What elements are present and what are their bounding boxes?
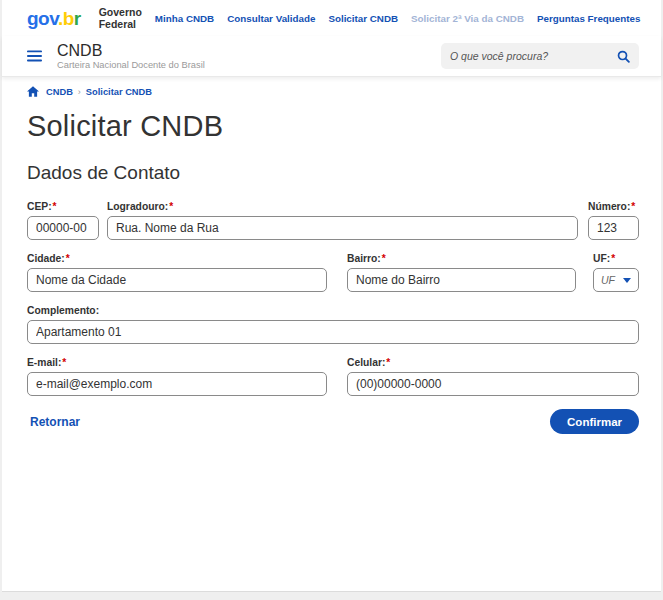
hamburger-menu-icon[interactable]	[27, 50, 42, 62]
search-box	[441, 43, 639, 69]
contact-form: CEP:* Logradouro:* Número:* Cidade:*	[27, 201, 639, 434]
uf-field-group: UF:* UF	[593, 253, 639, 292]
required-asterisk: *	[631, 201, 635, 212]
home-icon[interactable]	[27, 86, 39, 97]
page: gov.br Governo Federal Minha CNDB Consul…	[2, 0, 661, 592]
numero-input[interactable]	[588, 216, 639, 240]
search-input[interactable]	[450, 50, 611, 62]
logradouro-field-group: Logradouro:*	[107, 201, 578, 240]
nav-link-consultar-validade[interactable]: Consultar Validade	[227, 13, 315, 24]
form-row-address-1: CEP:* Logradouro:* Número:*	[27, 201, 639, 240]
cidade-field-group: Cidade:*	[27, 253, 327, 292]
required-asterisk: *	[382, 253, 386, 264]
section-title: Dados de Contato	[27, 162, 639, 184]
required-asterisk: *	[62, 357, 66, 368]
confirmar-button[interactable]: Confirmar	[550, 409, 639, 434]
logo-part-gov: gov	[27, 8, 58, 29]
complemento-label: Complemento:	[27, 305, 639, 316]
numero-label: Número:*	[588, 201, 639, 212]
nav-link-perguntas-frequentes[interactable]: Perguntas Frequentes	[537, 13, 640, 24]
cidade-input[interactable]	[27, 268, 327, 292]
uf-select-value: UF	[601, 274, 623, 286]
chevron-down-icon	[623, 278, 631, 283]
form-row-contact: E-mail:* Celular:*	[27, 357, 639, 396]
search-icon[interactable]	[617, 50, 630, 63]
main-content: CNDB › Solicitar CNDB Solicitar CNDB Dad…	[2, 77, 661, 591]
bairro-input[interactable]	[347, 268, 576, 292]
app-subtitle: Carteira Nacional Docente do Brasil	[57, 60, 205, 70]
app-title-block: CNDB Carteira Nacional Docente do Brasil	[57, 42, 205, 70]
breadcrumb: CNDB › Solicitar CNDB	[27, 86, 639, 97]
page-title: Solicitar CNDB	[27, 110, 639, 143]
bairro-field-group: Bairro:*	[347, 253, 576, 292]
header-icon-strip	[658, 11, 663, 25]
gov-federal-label: Governo Federal	[99, 6, 142, 30]
cidade-label: Cidade:*	[27, 253, 327, 264]
required-asterisk: *	[169, 201, 173, 212]
email-field-group: E-mail:*	[27, 357, 327, 396]
nav-link-solicitar-2via-cndb[interactable]: Solicitar 2ª Via da CNDB	[411, 13, 524, 24]
required-asterisk: *	[611, 253, 615, 264]
nav-link-minha-cndb[interactable]: Minha CNDB	[155, 13, 214, 24]
retornar-link[interactable]: Retornar	[30, 415, 80, 429]
celular-label: Celular:*	[347, 357, 639, 368]
logradouro-label: Logradouro:*	[107, 201, 578, 212]
uf-label: UF:*	[593, 253, 639, 264]
celular-field-group: Celular:*	[347, 357, 639, 396]
complemento-input[interactable]	[27, 320, 639, 344]
email-label: E-mail:*	[27, 357, 327, 368]
form-row-address-2: Cidade:* Bairro:* UF:* UF	[27, 253, 639, 292]
required-asterisk: *	[53, 201, 57, 212]
app-bar: CNDB Carteira Nacional Docente do Brasil	[2, 36, 661, 77]
breadcrumb-current[interactable]: Solicitar CNDB	[86, 87, 152, 97]
cep-input[interactable]	[27, 216, 99, 240]
logo-part-dot-b: .b	[58, 8, 74, 29]
breadcrumb-link-cndb[interactable]: CNDB	[46, 87, 73, 97]
numero-field-group: Número:*	[588, 201, 639, 240]
logradouro-input[interactable]	[107, 216, 578, 240]
required-asterisk: *	[66, 253, 70, 264]
top-header: gov.br Governo Federal Minha CNDB Consul…	[2, 0, 661, 36]
top-nav: Minha CNDB Consultar Validade Solicitar …	[142, 13, 641, 24]
required-asterisk: *	[386, 357, 390, 368]
cep-label: CEP:*	[27, 201, 99, 212]
complemento-field-group: Complemento:	[27, 305, 639, 344]
logo-part-r: r	[74, 8, 81, 29]
breadcrumb-separator: ›	[78, 87, 81, 97]
bairro-label: Bairro:*	[347, 253, 576, 264]
govbr-logo[interactable]: gov.br	[27, 9, 81, 28]
form-row-complemento: Complemento:	[27, 305, 639, 344]
app-title: CNDB	[57, 42, 205, 60]
nav-link-solicitar-cndb[interactable]: Solicitar CNDB	[328, 13, 398, 24]
uf-select[interactable]: UF	[593, 268, 639, 292]
cep-field-group: CEP:*	[27, 201, 99, 240]
celular-input[interactable]	[347, 372, 639, 396]
email-input[interactable]	[27, 372, 327, 396]
form-actions: Retornar Confirmar	[27, 409, 639, 434]
